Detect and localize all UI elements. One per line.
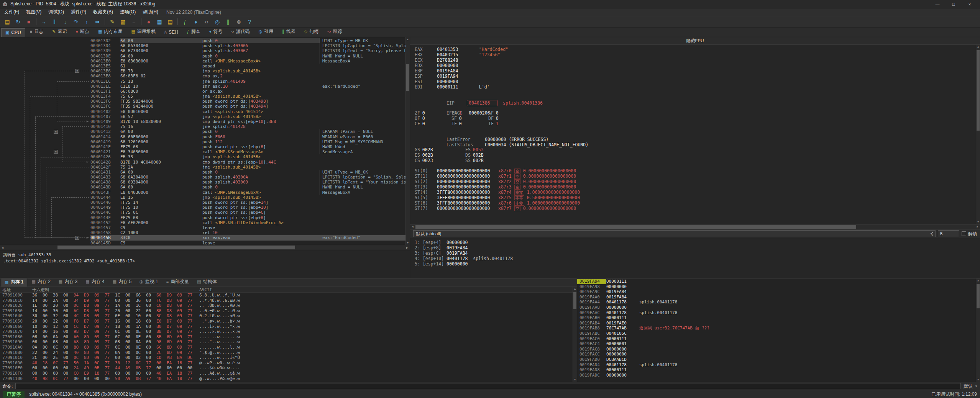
dump-row[interactable]: 770910201E002000DCD809771A001C00C0D80977… xyxy=(0,303,573,308)
register-row-esp[interactable]: ESP0019FA94 xyxy=(415,74,976,79)
tab-log[interactable]: ≡日志 xyxy=(26,27,48,37)
scroll-left-icon[interactable]: ◀ xyxy=(0,245,5,250)
stack-row[interactable]: 0019FA9800000000 xyxy=(577,284,976,290)
dump-row[interactable]: 770910A00A000C00808D09770C000E006C8D0977… xyxy=(0,345,573,350)
dump-row[interactable]: 77091040300032004CD809770E0010003CD80977… xyxy=(0,313,573,319)
register-row-esi[interactable]: ESI00000000 xyxy=(415,79,976,84)
stack-row[interactable]: 0019FA9C0019FAB4 xyxy=(577,289,976,295)
segment-ss[interactable]: SS002B xyxy=(465,158,516,163)
call-stack-button[interactable]: ▤ xyxy=(165,17,175,26)
close-button[interactable]: × xyxy=(962,0,978,8)
argument-row[interactable]: 2: [esp+8] 0019FA84 xyxy=(415,245,980,251)
registers-panel[interactable]: EAX00401353 "HardCoded"EBX00403215 "1234… xyxy=(410,45,976,224)
scroll-left-icon[interactable]: ◀ xyxy=(410,224,415,229)
register-row-edx[interactable]: EDX00000000 xyxy=(415,63,976,68)
disasm-row[interactable]: 004013E0E8 63030000call <JMP.&MessageBox… xyxy=(0,59,405,64)
dump-row[interactable]: 7709109006000800A88D097708000A00988D0977… xyxy=(0,339,573,345)
menu-file[interactable]: 文件(F) xyxy=(1,9,23,15)
tab-dump-1[interactable]: ▦内存 1 xyxy=(1,278,27,287)
dump-row[interactable]: 7709101014002A0034D9097700003600FCD80977… xyxy=(0,298,573,303)
menu-view[interactable]: 视图(V) xyxy=(23,9,45,15)
script-button[interactable]: ƒ xyxy=(180,17,190,26)
fpu-register-row[interactable]: ST(4)3FFF8000000000000000x87r4非零1.000000… xyxy=(415,190,976,195)
help-button[interactable]: ? xyxy=(245,17,254,26)
scroll-right-icon[interactable]: ▶ xyxy=(975,224,980,229)
dump-row[interactable]: 770910701400160098D709770C000E0088D70977… xyxy=(0,329,573,334)
dump-row[interactable]: 7709108008000A00A08D09770C000E008B8D0977… xyxy=(0,334,573,340)
fpu-register-row[interactable]: ST(5)3FFE8000000000000000x87r5非零0.500000… xyxy=(415,195,976,200)
stack-row[interactable]: 0019FA9400000111 xyxy=(577,279,976,284)
disassembly-panel[interactable]: ≡≡≡≡ 004013D26A 00push 0UINT uType = MB_… xyxy=(0,37,405,245)
tab-seh[interactable]: §SEH xyxy=(160,28,182,37)
patch-button[interactable]: ▨ xyxy=(118,17,128,26)
disasm-row[interactable]: 004013D468 0A304000push splish.40300ALPC… xyxy=(0,43,405,48)
scroll-up-icon[interactable]: ▲ xyxy=(573,287,577,291)
scroll-down-icon[interactable]: ▼ xyxy=(406,241,410,245)
menu-debug[interactable]: 调试(D) xyxy=(45,9,67,15)
references-button[interactable]: ◎ xyxy=(212,17,222,26)
register-row-ebx[interactable]: EBX00403215 "123456" xyxy=(415,52,976,57)
dump-vertical-scrollbar[interactable]: ▲ ▼ xyxy=(573,287,577,382)
memory-dump[interactable]: 地址 十六进制 ASCII 770910003600380094D909771C… xyxy=(0,287,573,382)
disasm-row[interactable]: 004013D26A 00push 0UINT uType = MB_OK xyxy=(0,38,405,43)
stop-button[interactable]: ■ xyxy=(24,17,34,26)
unlock-checkbox[interactable]: 解锁 xyxy=(962,231,977,237)
disasm-row[interactable]: 0040145DC9leave xyxy=(0,241,405,245)
dump-row[interactable]: 770910B022002400408D09770A000C002C8D0977… xyxy=(0,350,573,355)
flag-cf[interactable]: CF0 xyxy=(415,121,451,126)
disassembly-vertical-scrollbar[interactable]: ▲ ▼ xyxy=(405,37,410,245)
stack-row[interactable]: 0019FAB000000111 xyxy=(577,315,976,321)
step-over-button[interactable]: ↷ xyxy=(71,17,81,26)
dump-row[interactable]: 7709110040980C770000000050A90B7740EA1877… xyxy=(0,376,573,382)
stack-row[interactable]: 0019FAAC00401178splish.00401178 xyxy=(577,310,976,316)
fpu-register-row[interactable]: ST(1)00000000000000000000x87r1空0.0000000… xyxy=(415,174,976,179)
fpu-register-row[interactable]: ST(7)00000000000000000000x87r7空0.0000000… xyxy=(415,206,976,211)
argument-count-spinner[interactable]: 5 ▲▼ xyxy=(938,230,959,237)
register-row-ebp[interactable]: EBP0019FA84 xyxy=(415,68,976,74)
fpu-register-row[interactable]: ST(0)00000000000000000000x87r0空0.0000000… xyxy=(415,168,976,174)
register-row-edi[interactable]: EDI00000111 L'đ' xyxy=(415,84,976,90)
stack-row[interactable]: 0019FAB876C747AB返回到 user32.76C747AB 自 ??… xyxy=(577,326,976,331)
tab-dump-2[interactable]: ▦内存 2 xyxy=(28,277,54,287)
tab-dump-5[interactable]: ▦内存 5 xyxy=(109,277,135,287)
run-to-user-code-button[interactable]: ⇒ xyxy=(92,17,102,26)
register-row-eip[interactable]: EIP00401386splish.00401386 xyxy=(415,95,976,100)
dump-row[interactable]: 770910D040180C77501A0C7730120C7700EA1877… xyxy=(0,360,573,366)
flag-af[interactable]: AF0 xyxy=(488,110,525,116)
stack-row[interactable]: 0019FAC400000001 xyxy=(577,341,976,347)
fpu-register-row[interactable]: ST(2)00000000000000000000x87r2空0.0000000… xyxy=(415,179,976,184)
disasm-row[interactable]: 004013D968 67304000push splish.403067LPC… xyxy=(0,48,405,53)
register-row-ecx[interactable]: ECXD2788248 xyxy=(415,57,976,63)
stack-row[interactable]: 0019FAC000000111 xyxy=(577,336,976,342)
stack-row[interactable]: 0019FAA400401178splish.00401178 xyxy=(577,300,976,305)
scroll-right-icon[interactable]: ▶ xyxy=(405,245,410,250)
scrollbar-thumb[interactable] xyxy=(977,50,980,131)
arguments-panel[interactable]: 1: [esp+4] 000000002: [esp+8] 0019FA843:… xyxy=(410,238,980,278)
tab-cpu[interactable]: ▣CPU xyxy=(1,28,25,37)
command-mode-select[interactable]: 默认 ▼ xyxy=(964,383,978,390)
stack-row[interactable]: 0019FACC00000000 xyxy=(577,352,976,357)
restart-button[interactable]: ↻ xyxy=(13,17,23,26)
flag-tf[interactable]: TF0 xyxy=(451,121,488,126)
menu-options[interactable]: 选项(O) xyxy=(117,9,139,15)
flag-zf[interactable]: ZF0 xyxy=(415,110,451,116)
menu-help[interactable]: 帮助(H) xyxy=(139,9,162,15)
dump-row[interactable]: 770910F000000000C0E918770000000040EA1877… xyxy=(0,371,573,376)
dump-row[interactable]: 7709105020002200F8D7097716001800E0D70977… xyxy=(0,319,573,324)
tab-dump-3[interactable]: ▦内存 3 xyxy=(55,277,81,287)
disasm-row[interactable]: 004013DE6A 00push 0HWND hWnd = NULL xyxy=(0,54,405,59)
tab-watch-1[interactable]: ◎监视 1 xyxy=(136,277,162,287)
tab-notes[interactable]: ✎笔记 xyxy=(48,27,71,37)
tab-threads[interactable]: ∥线程 xyxy=(278,27,300,37)
dump-row[interactable]: 770910C02C002E000C8D097700000200CDABBADC… xyxy=(0,355,573,360)
register-row-eax[interactable]: EAX00401353 "HardCoded" xyxy=(415,47,976,52)
tab-struct[interactable]: ▤结构体 xyxy=(193,277,220,287)
breakpoint-button[interactable]: ● xyxy=(144,17,154,26)
stack-row[interactable]: 0019FAD400401178splish.00401178 xyxy=(577,362,976,368)
tab-handles[interactable]: ◇句柄 xyxy=(300,27,323,37)
argument-row[interactable]: 4: [esp+10] 00401178 splish.00401178 xyxy=(415,256,980,261)
dump-row[interactable]: 770910E00000000024A90B7744A90B7700000000… xyxy=(0,365,573,371)
tab-call-stack[interactable]: ▤调用堆栈 xyxy=(127,27,159,37)
flag-sf[interactable]: SF0 xyxy=(451,116,488,121)
tab-symbols[interactable]: ♦符号 xyxy=(205,27,227,37)
